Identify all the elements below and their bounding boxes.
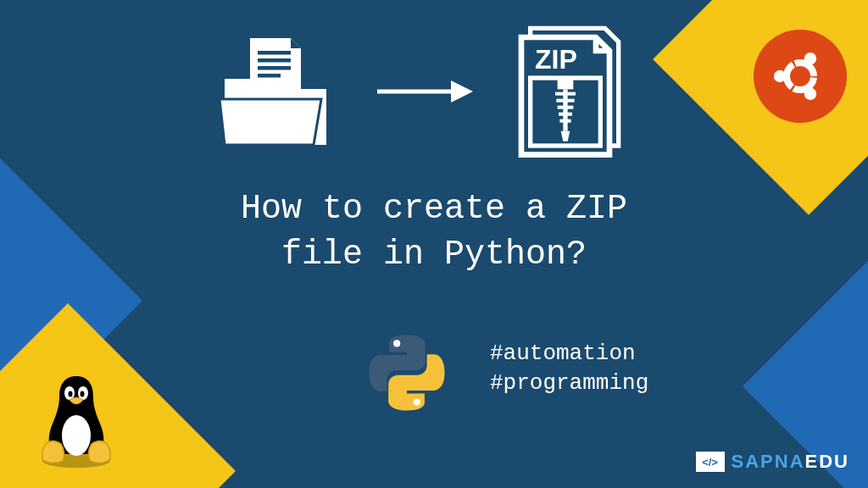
svg-rect-5 xyxy=(258,51,291,55)
svg-rect-7 xyxy=(258,66,291,70)
tux-linux-icon xyxy=(34,369,119,471)
svg-rect-11 xyxy=(558,78,574,89)
arrow-right-icon xyxy=(373,79,475,104)
svg-point-19 xyxy=(414,398,420,405)
svg-point-2 xyxy=(774,70,786,82)
svg-point-25 xyxy=(81,391,85,397)
ubuntu-logo xyxy=(754,30,847,123)
hashtag-programming: #programming xyxy=(490,369,648,398)
zip-label-text: ZIP xyxy=(535,44,577,75)
decorative-shape-top-right xyxy=(653,0,868,215)
hashtags: #automation #programming xyxy=(490,339,648,398)
brand-part-2: EDU xyxy=(805,451,849,472)
svg-rect-6 xyxy=(258,58,291,63)
folder-document-icon xyxy=(212,28,339,155)
headline: How to create a ZIP file in Python? xyxy=(0,186,868,278)
headline-line-1: How to create a ZIP xyxy=(0,186,868,232)
svg-point-18 xyxy=(393,340,400,347)
svg-point-4 xyxy=(804,88,816,100)
svg-point-3 xyxy=(804,53,816,64)
python-logo-icon xyxy=(364,330,449,415)
svg-point-24 xyxy=(69,391,73,397)
hashtag-automation: #automation xyxy=(490,339,648,369)
brand-text: SAPNAEDU xyxy=(732,451,849,473)
svg-point-0 xyxy=(787,63,814,90)
headline-line-2: file in Python? xyxy=(0,232,868,278)
brand-part-1: SAPNA xyxy=(732,451,805,472)
svg-rect-8 xyxy=(258,74,281,78)
zip-file-icon: ZIP xyxy=(509,24,636,159)
svg-point-21 xyxy=(62,415,91,456)
ubuntu-icon xyxy=(766,42,834,110)
brand-icon: </> xyxy=(696,452,725,472)
brand-logo: </> SAPNAEDU xyxy=(696,451,849,473)
icon-row: ZIP xyxy=(212,24,636,159)
